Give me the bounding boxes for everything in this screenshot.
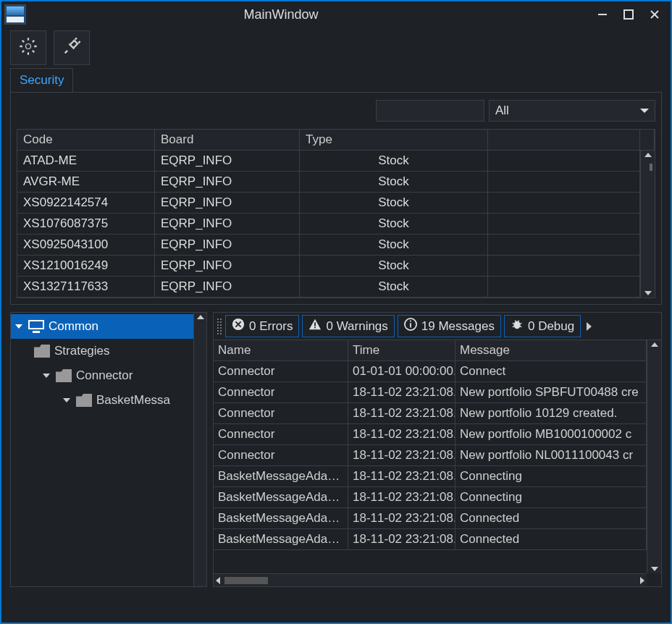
overflow-icon[interactable] <box>587 322 592 331</box>
col-type[interactable]: Type <box>300 130 488 150</box>
scroll-up-icon <box>644 153 652 157</box>
table-row[interactable]: XS1076087375 EQRP_INFO Stock <box>17 214 655 235</box>
monitor-icon <box>28 320 44 333</box>
warnings-filter-button[interactable]: 0 Warnings <box>302 315 394 337</box>
table-row[interactable]: ATAD-ME EQRP_INFO Stock <box>17 151 655 172</box>
tab-strip: Security <box>1 68 671 92</box>
maximize-button[interactable] <box>616 5 642 24</box>
col-code[interactable]: Code <box>17 130 155 150</box>
table-row[interactable]: XS0922142574 EQRP_INFO Stock <box>17 193 655 214</box>
log-col-time[interactable]: Time <box>348 340 455 361</box>
scroll-thumb <box>650 164 652 171</box>
table-row[interactable]: XS0925043100 EQRP_INFO Stock <box>17 235 655 256</box>
table-row[interactable]: XS1327117633 EQRP_INFO Stock <box>17 277 655 298</box>
col-board[interactable]: Board <box>155 130 300 150</box>
log-cell-time: 01-01-01 00:00:00. <box>348 361 455 382</box>
filter-type-select[interactable]: All <box>489 100 655 122</box>
cell-board: EQRP_INFO <box>155 235 300 255</box>
log-body: Connector 01-01-01 00:00:00. Connect Con… <box>214 361 661 550</box>
log-cell-message: Connected <box>455 529 647 550</box>
errors-label: 0 Errors <box>249 319 293 334</box>
log-cell-time: 18-11-02 23:21:08. <box>348 382 455 403</box>
gear-icon <box>18 36 38 60</box>
grid-vertical-scrollbar[interactable] <box>640 151 655 298</box>
cell-board: EQRP_INFO <box>155 193 300 213</box>
tree-item-common[interactable]: Common <box>11 314 206 339</box>
filter-text-input[interactable] <box>376 100 484 122</box>
errors-filter-button[interactable]: 0 Errors <box>225 315 299 337</box>
log-pane: 0 Errors 0 Warnings 19 Messages 0 Debug <box>213 312 662 587</box>
log-row[interactable]: Connector 18-11-02 23:21:08. New portfol… <box>214 382 661 403</box>
cell-code: XS0922142574 <box>17 193 155 213</box>
tree-pane: Common Strategies Connector BasketMessa <box>10 312 207 587</box>
log-cell-message: Connecting <box>455 487 647 508</box>
cell-type: Stock <box>300 256 488 276</box>
log-col-message[interactable]: Message <box>455 340 647 361</box>
folder-icon <box>34 345 50 358</box>
log-cell-name: Connector <box>214 361 348 382</box>
scroll-down-icon <box>644 291 652 295</box>
securities-panel: All Code Board Type ATAD-ME EQRP_INFO St… <box>10 92 662 305</box>
log-cell-time: 18-11-02 23:21:08. <box>348 466 455 487</box>
app-icon <box>4 4 26 25</box>
svg-rect-7 <box>315 327 316 329</box>
cell-board: EQRP_INFO <box>155 172 300 192</box>
log-row[interactable]: BasketMessageAda… 18-11-02 23:21:08. Con… <box>214 466 661 487</box>
log-vertical-scrollbar[interactable] <box>647 340 661 573</box>
window-title: MainWindow <box>0 7 589 22</box>
tree-item-connector[interactable]: Connector <box>11 363 206 388</box>
tree-item-strategies[interactable]: Strategies <box>11 339 206 363</box>
scroll-thumb <box>224 577 268 584</box>
log-row[interactable]: Connector 01-01-01 00:00:00. Connect <box>214 361 661 382</box>
log-row[interactable]: BasketMessageAda… 18-11-02 23:21:08. Con… <box>214 508 661 529</box>
cell-type: Stock <box>300 172 488 192</box>
svg-rect-6 <box>315 322 316 326</box>
settings-button[interactable] <box>10 30 46 65</box>
cell-board: EQRP_INFO <box>155 151 300 171</box>
scroll-up-icon <box>197 315 204 319</box>
tree-label: Connector <box>76 368 133 383</box>
close-button[interactable] <box>642 5 668 24</box>
log-cell-name: BasketMessageAda… <box>214 466 348 487</box>
log-horizontal-scrollbar[interactable] <box>214 573 647 586</box>
cell-board: EQRP_INFO <box>155 277 300 297</box>
cell-code: XS1210016249 <box>17 256 155 276</box>
log-row[interactable]: Connector 18-11-02 23:21:08. New portfol… <box>214 445 661 466</box>
log-cell-name: Connector <box>214 382 348 403</box>
log-row[interactable]: Connector 18-11-02 23:21:08. New portfol… <box>214 403 661 424</box>
cell-board: EQRP_INFO <box>155 256 300 276</box>
log-row[interactable]: BasketMessageAda… 18-11-02 23:21:08. Con… <box>214 529 661 550</box>
grip-icon[interactable] <box>217 318 222 335</box>
log-row[interactable]: Connector 18-11-02 23:21:08. New portfol… <box>214 424 661 445</box>
cell-code: XS0925043100 <box>17 235 155 255</box>
cell-board: EQRP_INFO <box>155 214 300 234</box>
table-row[interactable]: XS1210016249 EQRP_INFO Stock <box>17 256 655 277</box>
tree-item-basket[interactable]: BasketMessa <box>11 388 206 413</box>
minimize-button[interactable] <box>589 5 616 24</box>
log-cell-message: New portfolio NL0011100043 cr <box>455 445 647 466</box>
warning-icon <box>308 318 322 334</box>
error-icon <box>232 318 245 334</box>
log-col-name[interactable]: Name <box>214 340 348 361</box>
title-bar: MainWindow <box>1 1 671 28</box>
log-cell-message: Connecting <box>455 466 647 487</box>
log-row[interactable]: BasketMessageAda… 18-11-02 23:21:08. Con… <box>214 487 661 508</box>
log-cell-name: BasketMessageAda… <box>214 529 348 550</box>
source-tree: Common Strategies Connector BasketMessa <box>11 313 206 414</box>
messages-filter-button[interactable]: 19 Messages <box>398 315 501 337</box>
table-row[interactable]: AVGR-ME EQRP_INFO Stock <box>17 172 655 193</box>
debug-filter-button[interactable]: 0 Debug <box>504 315 581 337</box>
log-toolbar: 0 Errors 0 Warnings 19 Messages 0 Debug <box>214 313 661 340</box>
log-cell-time: 18-11-02 23:21:08. <box>348 403 455 424</box>
cell-type: Stock <box>300 214 488 234</box>
tree-vertical-scrollbar[interactable] <box>193 313 206 586</box>
svg-point-4 <box>26 43 31 49</box>
log-cell-message: New portfolio MB1000100002 c <box>455 424 647 445</box>
scroll-right-icon <box>640 577 644 584</box>
grid-body: ATAD-ME EQRP_INFO Stock AVGR-ME EQRP_INF… <box>17 151 655 298</box>
bug-icon <box>511 318 524 334</box>
log-grid: Name Time Message Connector 01-01-01 00:… <box>214 340 661 586</box>
connect-button[interactable] <box>54 30 90 65</box>
tab-security[interactable]: Security <box>10 68 73 92</box>
tree-label: BasketMessa <box>96 393 170 408</box>
